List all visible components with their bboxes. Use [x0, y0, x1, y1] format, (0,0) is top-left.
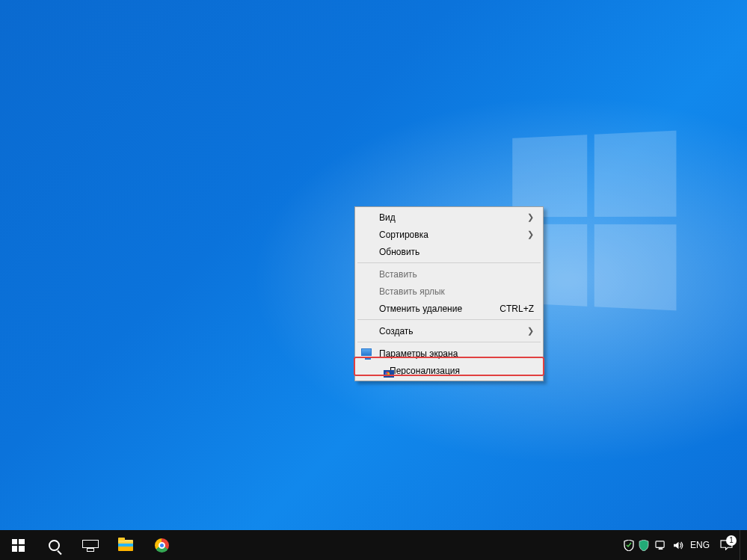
start-button[interactable]: [0, 530, 36, 560]
language-label: ENG: [690, 540, 710, 550]
context-item-label: Создать: [379, 326, 520, 336]
context-item-paste: Вставить: [357, 265, 541, 283]
chevron-right-icon: ❯: [520, 230, 534, 239]
context-item-label: Вид: [379, 212, 520, 223]
context-item-new[interactable]: Создать ❯: [357, 322, 541, 339]
svg-rect-1: [658, 548, 663, 550]
context-item-refresh[interactable]: Обновить: [357, 243, 541, 260]
context-item-label: Вставить: [379, 269, 534, 280]
task-view-icon: [82, 540, 97, 550]
context-item-sort[interactable]: Сортировка ❯: [357, 226, 541, 243]
search-icon: [49, 540, 60, 551]
context-item-display-settings[interactable]: Параметры экрана: [357, 345, 541, 362]
context-menu-separator: [357, 319, 541, 320]
file-explorer-icon: [118, 540, 133, 551]
notification-count-badge: 1: [726, 535, 737, 546]
windows-logo-icon: [12, 539, 25, 552]
context-item-undo-delete[interactable]: Отменить удаление CTRL+Z: [357, 300, 541, 317]
taskbar: ENG 1: [0, 530, 747, 560]
context-menu-separator: [357, 342, 541, 342]
show-desktop-button[interactable]: [740, 530, 744, 560]
display-settings-icon: [361, 348, 372, 356]
task-view-button[interactable]: [72, 530, 108, 560]
context-menu-separator: [357, 262, 541, 263]
desktop-context-menu: Вид ❯ Сортировка ❯ Обновить Вставить Вст…: [354, 206, 544, 381]
context-item-accelerator: CTRL+Z: [499, 304, 534, 314]
context-item-paste-shortcut: Вставить ярлык: [357, 283, 541, 300]
context-item-label: Отменить удаление: [379, 304, 492, 314]
action-center-button[interactable]: 1: [713, 540, 740, 550]
tray-language[interactable]: ENG: [687, 540, 713, 550]
tray-volume-icon[interactable]: [669, 530, 687, 560]
personalize-icon: [384, 370, 394, 378]
tray-app-icon[interactable]: [636, 530, 651, 560]
search-button[interactable]: [36, 530, 72, 560]
file-explorer-button[interactable]: [108, 530, 144, 560]
chrome-button[interactable]: [144, 530, 179, 560]
context-item-view[interactable]: Вид ❯: [357, 209, 541, 226]
context-item-label: Сортировка: [379, 230, 520, 240]
context-item-label: Персонализация: [390, 366, 534, 376]
context-item-personalize[interactable]: Персонализация: [357, 362, 541, 379]
context-item-label: Вставить ярлык: [379, 286, 534, 297]
tray-security-icon[interactable]: [621, 530, 636, 560]
context-item-label: Параметры экрана: [379, 348, 534, 359]
chevron-right-icon: ❯: [520, 326, 534, 336]
tray-network-icon[interactable]: [651, 530, 669, 560]
svg-rect-0: [656, 541, 664, 547]
chrome-icon: [155, 538, 169, 553]
chevron-right-icon: ❯: [520, 212, 534, 222]
context-item-label: Обновить: [379, 247, 534, 257]
system-tray: ENG 1: [621, 530, 747, 560]
taskbar-left: [0, 530, 179, 560]
